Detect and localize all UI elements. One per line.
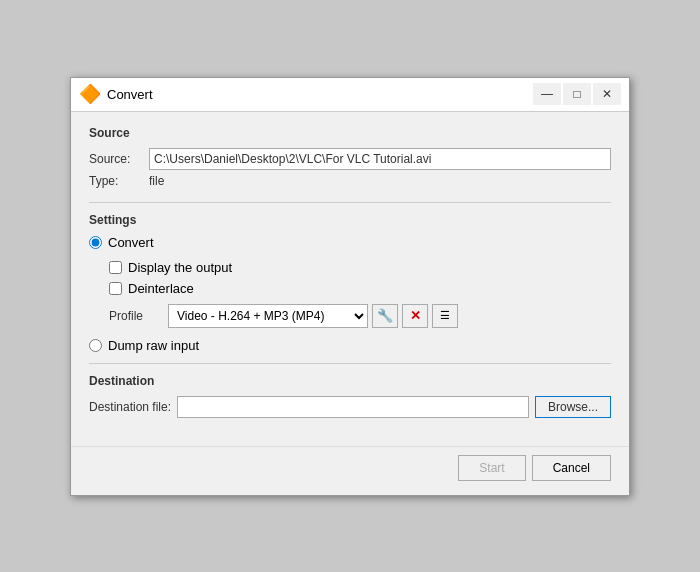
- source-label: Source:: [89, 152, 149, 166]
- settings-section-label: Settings: [89, 213, 611, 227]
- profile-select[interactable]: Video - H.264 + MP3 (MP4) Video - VP80 +…: [168, 304, 368, 328]
- wrench-button[interactable]: 🔧: [372, 304, 398, 328]
- display-output-checkbox[interactable]: [109, 261, 122, 274]
- vlc-icon: 🔶: [79, 83, 101, 105]
- title-bar: 🔶 Convert — □ ✕: [71, 78, 629, 112]
- convert-label: Convert: [108, 235, 154, 250]
- start-button[interactable]: Start: [458, 455, 525, 481]
- convert-radio-row: Convert: [89, 235, 611, 250]
- minimize-button[interactable]: —: [533, 83, 561, 105]
- divider-2: [89, 363, 611, 364]
- divider-1: [89, 202, 611, 203]
- display-output-row: Display the output: [109, 260, 611, 275]
- profile-row: Profile Video - H.264 + MP3 (MP4) Video …: [109, 304, 611, 328]
- delete-icon: ✕: [410, 308, 421, 323]
- type-value: file: [149, 174, 164, 188]
- type-label: Type:: [89, 174, 149, 188]
- deinterlace-row: Deinterlace: [109, 281, 611, 296]
- wrench-icon: 🔧: [377, 308, 393, 323]
- browse-button[interactable]: Browse...: [535, 396, 611, 418]
- deinterlace-checkbox[interactable]: [109, 282, 122, 295]
- destination-input[interactable]: [177, 396, 529, 418]
- list-icon: ☰: [440, 309, 450, 322]
- dump-label: Dump raw input: [108, 338, 199, 353]
- title-buttons: — □ ✕: [533, 83, 621, 105]
- type-field-row: Type: file: [89, 174, 611, 188]
- source-section: Source Source: Type: file: [89, 126, 611, 188]
- content-area: Source Source: Type: file Settings Conve…: [71, 112, 629, 446]
- title-left: 🔶 Convert: [79, 83, 153, 105]
- dest-file-label: Destination file:: [89, 400, 171, 414]
- dump-radio-row: Dump raw input: [89, 338, 611, 353]
- delete-profile-button[interactable]: ✕: [402, 304, 428, 328]
- main-window: 🔶 Convert — □ ✕ Source Source: Type: fil…: [70, 77, 630, 496]
- destination-row: Destination file: Browse...: [89, 396, 611, 418]
- cancel-button[interactable]: Cancel: [532, 455, 611, 481]
- new-profile-button[interactable]: ☰: [432, 304, 458, 328]
- maximize-button[interactable]: □: [563, 83, 591, 105]
- deinterlace-label: Deinterlace: [128, 281, 194, 296]
- window-title: Convert: [107, 87, 153, 102]
- convert-radio[interactable]: [89, 236, 102, 249]
- destination-section-label: Destination: [89, 374, 611, 388]
- profile-label: Profile: [109, 309, 164, 323]
- settings-section: Settings Convert Display the output Dein…: [89, 213, 611, 353]
- close-button[interactable]: ✕: [593, 83, 621, 105]
- bottom-buttons: Start Cancel: [71, 446, 629, 495]
- display-output-label: Display the output: [128, 260, 232, 275]
- dump-radio[interactable]: [89, 339, 102, 352]
- source-input[interactable]: [149, 148, 611, 170]
- source-section-label: Source: [89, 126, 611, 140]
- destination-section: Destination Destination file: Browse...: [89, 374, 611, 418]
- source-field-row: Source:: [89, 148, 611, 170]
